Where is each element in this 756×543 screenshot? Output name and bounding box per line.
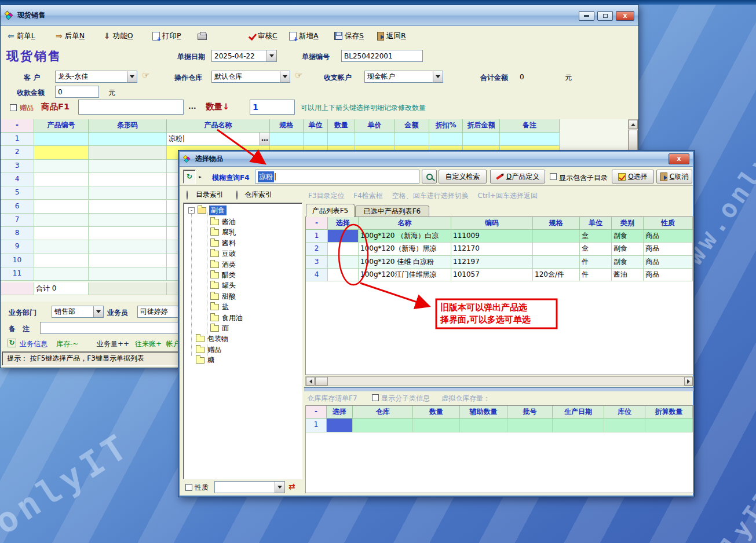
grid-cell[interactable] [304, 133, 328, 146]
product-cell[interactable]: 副食 [612, 230, 644, 243]
stock-row[interactable]: 1 [306, 419, 693, 432]
stock-cell[interactable] [645, 419, 693, 432]
grid-cell[interactable]: 凉粉|… [167, 133, 270, 146]
minimize-button[interactable] [579, 11, 594, 21]
toolbar-button-O[interactable]: ⇓功能O [104, 30, 133, 42]
product-cell[interactable]: 副食 [612, 256, 644, 269]
tree-item[interactable]: 食用油 [210, 313, 243, 323]
tree-item[interactable]: 糖 [196, 355, 214, 365]
tree-item[interactable]: 面 [210, 324, 229, 333]
close-button[interactable]: X [616, 11, 634, 21]
product-cell[interactable] [533, 230, 580, 243]
toolbar-button-C[interactable]: 审核C [249, 30, 277, 42]
product-cell[interactable]: 100g*120（新海）黑凉 [359, 243, 451, 255]
product-cell[interactable]: 盒 [580, 230, 612, 243]
product-cell[interactable]: 商品 [644, 269, 693, 281]
grid-cell[interactable] [328, 133, 355, 146]
tree-item[interactable]: 酒类 [210, 260, 236, 270]
product-cell[interactable]: 盒 [580, 243, 612, 255]
main-titlebar[interactable]: 现货销售 X [1, 5, 638, 26]
tree-item[interactable]: 豆豉 [210, 249, 236, 259]
grid-cell[interactable] [429, 133, 463, 146]
grid-cell[interactable] [89, 214, 167, 227]
grid-cell[interactable] [355, 133, 395, 146]
product-cell[interactable]: 100g*120江门佳维黑凉 [359, 269, 451, 281]
product-cell[interactable]: 酱油 [612, 269, 644, 281]
product-cell[interactable]: 112197 [451, 256, 533, 269]
tab-selected-list[interactable]: 已选中产品列表F6 [355, 206, 429, 217]
grid-cell[interactable] [34, 254, 89, 267]
grid-cell[interactable] [89, 240, 167, 254]
chevron-down-icon[interactable] [93, 306, 103, 317]
customer-combo[interactable]: 龙头-永佳 [55, 71, 137, 83]
chevron-down-icon[interactable] [266, 50, 276, 61]
product-cell[interactable]: 100g*120 （新海）白凉 [359, 230, 451, 243]
grid-cell[interactable] [34, 200, 89, 214]
stock-cell[interactable] [604, 419, 645, 432]
grid-cell[interactable] [89, 146, 167, 159]
printer-icon[interactable] [198, 34, 207, 40]
product-define-button[interactable]: D产品定义 [490, 170, 545, 184]
grid-cell[interactable] [34, 146, 89, 159]
select-cell[interactable] [328, 256, 359, 269]
browse-ellipsis-button[interactable]: … [260, 133, 269, 145]
product-row[interactable]: 3100g*120 佳维 白凉粉112197件副食商品 [306, 256, 693, 269]
product-hscrollbar[interactable] [305, 376, 693, 386]
splitter[interactable] [304, 387, 693, 391]
pointing-hand-icon[interactable]: ☞ [295, 70, 302, 80]
product-row[interactable]: 4100g*120江门佳维黑凉101057120盒/件件酱油商品 [306, 269, 693, 281]
scroll-left-button[interactable] [306, 377, 315, 386]
date-combo[interactable]: 2025-04-22 [211, 50, 277, 62]
grid-cell[interactable] [34, 240, 89, 254]
collapse-icon[interactable]: - [188, 207, 195, 214]
business-info-link[interactable]: 业务信息 [20, 339, 48, 349]
refresh-button[interactable]: ↻ [183, 170, 196, 184]
product-browse-dots[interactable]: ... [188, 102, 196, 111]
tree-item[interactable]: 酱料 [210, 239, 236, 248]
chevron-down-icon[interactable] [275, 482, 284, 493]
grid-cell[interactable] [89, 160, 167, 173]
product-cell[interactable]: 件 [580, 269, 612, 281]
tree-item[interactable]: 包装物 [196, 334, 228, 344]
grid-cell[interactable] [463, 133, 500, 146]
dialog-titlebar[interactable]: 选择物品 X [180, 152, 693, 167]
tree-item[interactable]: 醋类 [210, 270, 236, 280]
tree-item[interactable]: 赠品 [196, 345, 221, 355]
product-cell[interactable]: 商品 [644, 256, 693, 269]
quantity-input[interactable]: 1 [250, 100, 295, 115]
product-cell[interactable]: 111009 [451, 230, 533, 243]
warehouse-combo[interactable]: 默认仓库 [211, 71, 290, 83]
grid-cell[interactable] [89, 267, 167, 281]
nature-checkbox[interactable] [185, 484, 192, 491]
stock-cell[interactable] [353, 419, 413, 432]
grid-cell[interactable] [89, 227, 167, 240]
stock-cell[interactable] [553, 419, 604, 432]
toolbar-button-P[interactable]: 打印P [152, 30, 181, 42]
table-row[interactable]: 1凉粉|… [1, 133, 560, 146]
scroll-up-button[interactable] [629, 120, 638, 129]
tree-item[interactable]: 酱油 [210, 217, 236, 227]
pointing-hand-icon[interactable]: ☞ [142, 70, 149, 80]
stock-cell[interactable] [460, 419, 507, 432]
scroll-right-button[interactable] [684, 377, 693, 386]
swap-arrows-icon[interactable]: ⇄ [288, 482, 295, 491]
select-cell[interactable] [328, 230, 359, 243]
grid-cell[interactable] [34, 173, 89, 186]
grid-cell[interactable] [34, 133, 89, 146]
toolbar-button-L[interactable]: ⇐前单L [8, 30, 35, 42]
grid-cell[interactable] [270, 133, 304, 146]
stock-cell[interactable] [413, 419, 460, 432]
select-cell[interactable] [327, 419, 353, 432]
show-subdir-checkbox[interactable] [550, 173, 557, 180]
gift-checkbox[interactable] [10, 104, 17, 111]
custom-search-button[interactable]: 自定义检索 [439, 170, 487, 184]
dir-index-radio[interactable] [187, 190, 188, 200]
tree-item[interactable]: 盐 [210, 302, 229, 312]
product-cell[interactable]: 副食 [612, 243, 644, 255]
grid-cell[interactable] [34, 267, 89, 281]
dept-combo[interactable]: 销售部 [52, 306, 104, 318]
select-cell[interactable] [328, 243, 359, 255]
product-cell[interactable]: 商品 [644, 230, 693, 243]
fuzzy-search-input[interactable]: 凉粉| [255, 170, 419, 184]
product-cell[interactable]: 120盒/件 [533, 269, 580, 281]
